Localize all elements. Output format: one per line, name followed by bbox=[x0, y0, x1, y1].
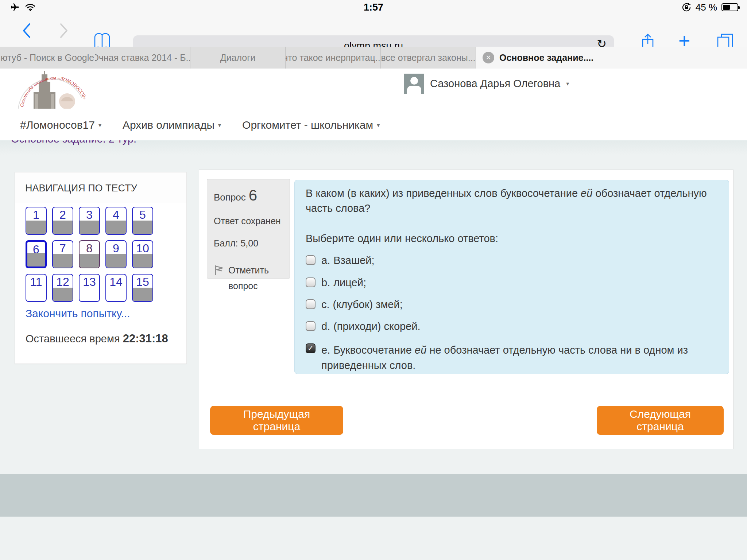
checkbox-b[interactable]: ✓ bbox=[306, 277, 316, 287]
battery-percent: 45 % bbox=[696, 2, 717, 13]
question-button-1[interactable]: 1 bbox=[26, 207, 47, 235]
site-menu: #Ломоносов17 ▾ Архив олимпиады ▾ Оргкоми… bbox=[20, 119, 380, 131]
question-button-7[interactable]: 7 bbox=[52, 240, 73, 268]
tab-ochnaya-stavka[interactable]: Очная ставка 2014 - Б... bbox=[95, 47, 190, 69]
question-button-5[interactable]: 5 bbox=[132, 207, 153, 235]
quiz-nav-title: НАВИГАЦИЯ ПО ТЕСТУ bbox=[15, 172, 186, 203]
checkbox-c[interactable]: ✓ bbox=[306, 299, 316, 309]
user-name: Сазонова Дарья Олеговна bbox=[430, 78, 560, 90]
chevron-down-icon: ▾ bbox=[377, 122, 380, 129]
tab-close-icon[interactable]: ✕ bbox=[483, 52, 494, 63]
next-page-button[interactable]: Следующая страница bbox=[597, 406, 724, 435]
tab-chto-takoe[interactable]: что такое инерпритац... bbox=[286, 47, 381, 69]
question-button-12[interactable]: 12 bbox=[52, 274, 73, 302]
tab-youtube-search[interactable]: ютуб - Поиск в Google bbox=[0, 47, 95, 69]
tab-dialogi[interactable]: Диалоги bbox=[190, 47, 286, 69]
menu-orgkomitet[interactable]: Оргкомитет - школьникам ▾ bbox=[242, 119, 380, 131]
answer-option-c: ✓ c.(клубок) змей; bbox=[306, 298, 716, 311]
question-button-8[interactable]: 8 bbox=[79, 240, 100, 268]
breadcrumb: Основное задание. 2 тур. bbox=[11, 140, 136, 146]
answer-prompt: Выберите один или несколько ответов: bbox=[306, 233, 716, 245]
menu-lomonosov17[interactable]: #Ломоносов17 ▾ bbox=[20, 119, 101, 131]
question-button-14[interactable]: 14 bbox=[105, 274, 127, 302]
menu-archive[interactable]: Архив олимпиады ▾ bbox=[123, 119, 221, 131]
tab-active-osnovnoe-zadanie[interactable]: ✕ Основное задание.... bbox=[476, 47, 747, 69]
answer-option-b: ✓ b.лицей; bbox=[306, 276, 716, 289]
question-body: В каком (в каких) из приведенных слов бу… bbox=[294, 180, 729, 374]
question-button-2[interactable]: 2 bbox=[52, 207, 73, 235]
question-button-10[interactable]: 10 bbox=[132, 240, 153, 268]
site-header: Олимпиада школьников «ЛОМОНОСОВ» Сазонов… bbox=[0, 69, 747, 140]
question-button-6[interactable]: 6 bbox=[26, 240, 47, 268]
rotation-lock-icon bbox=[682, 3, 691, 12]
question-button-13[interactable]: 13 bbox=[79, 274, 100, 302]
footer-bottom bbox=[0, 517, 747, 560]
page-content: Основное задание. 2 тур. НАВИГАЦИЯ ПО ТЕ… bbox=[0, 140, 747, 474]
checkbox-e-checked[interactable]: ✓ bbox=[306, 343, 316, 353]
olympiad-logo[interactable]: Олимпиада школьников «ЛОМОНОСОВ» bbox=[13, 71, 93, 109]
answer-options: ✓ a.Взашей; ✓ b.лицей; ✓ c.(клубок) змей… bbox=[306, 254, 716, 373]
tab-bar: ютуб - Поиск в Google Очная ставка 2014 … bbox=[0, 47, 747, 69]
flag-icon bbox=[214, 265, 224, 276]
finish-attempt-link[interactable]: Закончить попытку... bbox=[26, 307, 130, 320]
quiz-navigation-panel: НАВИГАЦИЯ ПО ТЕСТУ 1 2 3 4 5 6 7 8 9 10 bbox=[15, 172, 187, 364]
chevron-down-icon: ▾ bbox=[566, 80, 569, 87]
back-button[interactable] bbox=[19, 21, 34, 40]
answer-option-a: ✓ a.Взашей; bbox=[306, 254, 716, 267]
question-button-11[interactable]: 11 bbox=[26, 274, 47, 302]
question-label: Вопрос bbox=[214, 192, 246, 203]
avatar bbox=[404, 74, 424, 94]
checkbox-d[interactable]: ✓ bbox=[306, 321, 316, 331]
question-text: В каком (в каких) из приведенных слов бу… bbox=[306, 186, 716, 216]
footer-band bbox=[0, 474, 747, 517]
screen: 1:57 45 % oly bbox=[0, 0, 747, 560]
breadcrumb-link[interactable]: Основное задание. 2 тур. bbox=[11, 140, 136, 145]
time-remaining-value: 22:31:18 bbox=[123, 332, 168, 345]
chevron-down-icon: ▾ bbox=[218, 122, 221, 129]
time-remaining: Оставшееся время 22:31:18 bbox=[26, 332, 168, 345]
question-info-box: Вопрос6 Ответ сохранен Балл: 5,00 Отмети… bbox=[207, 179, 290, 279]
answer-option-d: ✓ d.(приходи) скорей. bbox=[306, 320, 716, 333]
safari-toolbar: olymp.msu.ru ↻ + bbox=[0, 15, 747, 47]
question-button-3[interactable]: 3 bbox=[79, 207, 100, 235]
status-clock: 1:57 bbox=[0, 2, 747, 13]
ios-status-bar: 1:57 45 % bbox=[0, 0, 747, 15]
forward-button[interactable] bbox=[57, 21, 71, 40]
question-status: Ответ сохранен bbox=[214, 216, 283, 226]
question-button-15[interactable]: 15 bbox=[132, 274, 153, 302]
question-score: Балл: 5,00 bbox=[214, 238, 283, 249]
question-number: 6 bbox=[249, 187, 257, 204]
previous-page-button[interactable]: Предыдущая страница bbox=[210, 406, 343, 435]
answer-option-e: ✓ e.Буквосочетание ей не обозначает отде… bbox=[306, 342, 716, 373]
chevron-down-icon: ▾ bbox=[98, 122, 101, 129]
flag-question-link[interactable]: Отметить вопрос bbox=[214, 262, 283, 293]
question-button-9[interactable]: 9 bbox=[105, 240, 127, 268]
tab-vse-otvergal[interactable]: все отвергал законы... bbox=[381, 47, 476, 69]
checkbox-a[interactable]: ✓ bbox=[306, 255, 316, 265]
question-panel: Вопрос6 Ответ сохранен Балл: 5,00 Отмети… bbox=[199, 170, 734, 449]
question-button-4[interactable]: 4 bbox=[105, 207, 127, 235]
battery-icon bbox=[721, 3, 738, 11]
question-grid: 1 2 3 4 5 6 7 8 9 10 11 12 13 14 bbox=[26, 207, 179, 307]
user-menu[interactable]: Сазонова Дарья Олеговна ▾ bbox=[404, 74, 569, 94]
